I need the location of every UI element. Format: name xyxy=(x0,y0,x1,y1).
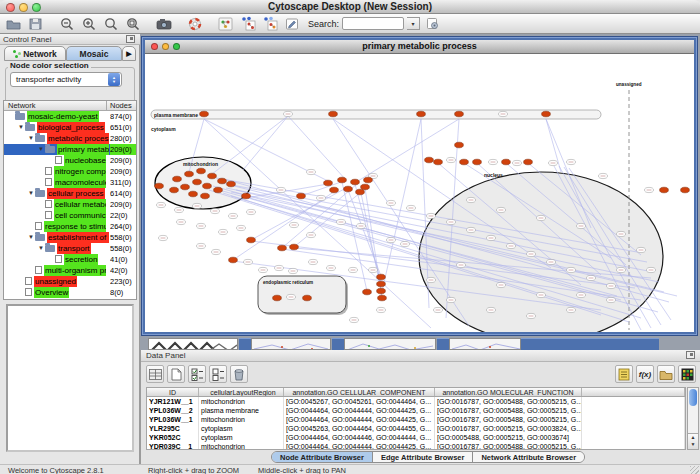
birds-eye-view[interactable] xyxy=(6,304,134,452)
table-row[interactable]: YLR295Ccytoplasm[GO:0045263, GO:0044464,… xyxy=(147,424,685,433)
attribute-matrix-button[interactable] xyxy=(678,365,696,383)
tree-item-label[interactable]: nitrogen compound metabolic process xyxy=(54,166,106,177)
tab-node-attribute-browser[interactable]: Node Attribute Browser xyxy=(272,452,373,462)
network-node-highlighted[interactable] xyxy=(329,111,338,117)
expander-icon[interactable]: ▼ xyxy=(37,243,45,254)
zoom-in-button[interactable] xyxy=(79,15,98,32)
tree-item-label[interactable]: biological_process xyxy=(37,122,105,133)
network-node-highlighted[interactable] xyxy=(364,177,373,183)
network-node-highlighted[interactable] xyxy=(247,237,256,243)
network-edge[interactable] xyxy=(243,116,288,170)
background-window-2[interactable] xyxy=(251,338,331,350)
tab-network[interactable]: Network xyxy=(4,46,66,61)
search-dropdown-icon[interactable]: ▾ xyxy=(407,17,420,30)
column-header[interactable]: _cellularLayoutRegion xyxy=(199,388,284,396)
table-cell[interactable]: [GO:0044464, GO:0044444, GO:0044425, G..… xyxy=(284,406,435,415)
table-cell[interactable]: mitochondrion xyxy=(199,442,284,450)
tree-item-label[interactable]: secretion xyxy=(64,254,98,265)
background-window-4[interactable] xyxy=(449,338,521,350)
network-node-highlighted[interactable] xyxy=(460,159,469,165)
table-scrollbar[interactable]: ▲▼ xyxy=(687,387,699,450)
table-cell[interactable]: [GO:0045263, GO:0044464, GO:0044455, G..… xyxy=(284,424,435,433)
tree-row[interactable]: macromolecule metabolic process311(0) xyxy=(4,177,136,188)
layout-network-a-button[interactable] xyxy=(238,15,257,32)
expander-icon[interactable]: ▼ xyxy=(37,144,45,155)
network-node-highlighted[interactable] xyxy=(173,176,182,182)
table-cell[interactable]: [GO:0044464, GO:0044444, GO:0044425, G..… xyxy=(284,442,435,450)
open-session-button[interactable] xyxy=(4,15,23,32)
search-config-button[interactable] xyxy=(423,15,442,32)
table-cell[interactable] xyxy=(582,433,685,442)
table-row[interactable]: YKR052Ccytoplasm[GO:0044464, GO:0044446,… xyxy=(147,433,685,442)
table-cell[interactable]: mitochondrion xyxy=(199,415,284,424)
tree-row[interactable]: cell communication22(0) xyxy=(4,210,136,221)
table-cell[interactable]: [GO:0005488, GO:0005215, GO:0003674] xyxy=(435,433,582,442)
region-nucleus[interactable] xyxy=(419,172,663,332)
table-row[interactable]: YDR039C__1mitochondrion[GO:0044464, GO:0… xyxy=(147,442,685,450)
table-cell[interactable]: YPL036W__2 xyxy=(147,406,199,415)
node-color-dropdown[interactable]: transporter activity ▲▼ xyxy=(10,72,122,87)
new-attribute-button[interactable] xyxy=(167,365,185,383)
tree-item-label[interactable]: cellular process xyxy=(47,188,105,199)
network-node-highlighted[interactable] xyxy=(330,187,339,193)
attribute-list-button[interactable] xyxy=(615,365,633,383)
tree-item-label[interactable]: Overview xyxy=(34,287,69,298)
table-cell[interactable]: plasma membrane xyxy=(199,406,284,415)
table-row[interactable]: YJR121W__1mitochondrion[GO:0045267, GO:0… xyxy=(147,397,685,406)
delete-attribute-button[interactable] xyxy=(230,365,248,383)
table-cell[interactable] xyxy=(582,397,685,406)
tree-row[interactable]: ▼cellular process614(0) xyxy=(4,188,136,199)
float-panel-icon[interactable] xyxy=(686,351,695,359)
unselect-attributes-button[interactable] xyxy=(209,365,227,383)
save-session-button[interactable] xyxy=(26,15,45,32)
network-node-highlighted[interactable] xyxy=(197,168,206,174)
tree-row[interactable]: ▼primary metabolic process209(0) xyxy=(4,144,136,155)
network-node-highlighted[interactable] xyxy=(155,183,164,189)
tree-row[interactable]: nitrogen compound metabolic process209(0… xyxy=(4,166,136,177)
import-attributes-button[interactable] xyxy=(657,365,675,383)
table-cell[interactable]: YPL036W__1 xyxy=(147,415,199,424)
snapshot-camera-button[interactable] xyxy=(154,15,173,32)
tab-mosaic[interactable]: Mosaic xyxy=(66,46,122,61)
network-node-highlighted[interactable] xyxy=(356,189,365,195)
tree-row[interactable]: nucleobase-containing compound metabolic… xyxy=(4,155,136,166)
network-node-highlighted[interactable] xyxy=(363,289,372,295)
network-node-highlighted[interactable] xyxy=(297,193,306,199)
network-edge[interactable] xyxy=(353,119,459,184)
network-node-highlighted[interactable] xyxy=(417,111,426,117)
network-node-highlighted[interactable] xyxy=(218,178,227,184)
network-node-highlighted[interactable] xyxy=(338,177,347,183)
tree-item-label[interactable]: primary metabolic process xyxy=(57,144,109,155)
network-canvas[interactable]: plasma membrane cytoplasm mitochondrion … xyxy=(145,54,694,332)
network-node-highlighted[interactable] xyxy=(377,288,386,294)
scrollbar-arrows[interactable]: ▲▼ xyxy=(688,433,698,449)
search-input[interactable] xyxy=(342,17,404,30)
table-cell[interactable]: mitochondrion xyxy=(199,397,284,406)
float-panel-icon[interactable] xyxy=(126,35,135,43)
network-node-highlighted[interactable] xyxy=(185,171,194,177)
tab-network-attribute-browser[interactable]: Network Attribute Browser xyxy=(473,452,584,462)
network-node-highlighted[interactable] xyxy=(377,274,386,280)
network-node-highlighted[interactable] xyxy=(203,183,212,189)
table-row[interactable]: YPL036W__2plasma membrane[GO:0044464, GO… xyxy=(147,406,685,415)
background-window-1[interactable] xyxy=(148,338,238,350)
table-row[interactable]: YPL036W__1mitochondrion[GO:0044464, GO:0… xyxy=(147,415,685,424)
table-cell[interactable]: YDR039C__1 xyxy=(147,442,199,450)
background-window-border[interactable] xyxy=(521,338,659,350)
tree-row[interactable]: Overview8(0) xyxy=(4,287,136,298)
function-builder-button[interactable]: f(x) xyxy=(636,365,654,383)
table-cell[interactable]: [GO:0016787, GO:0005488, GO:0005215, G..… xyxy=(435,406,582,415)
table-cell[interactable]: [GO:0044464, GO:0044444, GO:0044425, G..… xyxy=(284,415,435,424)
network-node-highlighted[interactable] xyxy=(278,245,287,251)
tree-item-label[interactable]: establishment of localization xyxy=(47,232,109,243)
background-window-border[interactable] xyxy=(332,338,344,350)
network-node-highlighted[interactable] xyxy=(377,281,386,287)
table-cell[interactable] xyxy=(582,424,685,433)
network-node-highlighted[interactable] xyxy=(425,157,434,163)
network-view-titlebar[interactable]: primary metabolic process xyxy=(145,40,694,54)
annotation-button[interactable] xyxy=(282,15,301,32)
tree-item-label[interactable]: cellular metabolic process xyxy=(54,199,106,210)
network-node-highlighted[interactable] xyxy=(229,257,238,263)
tree-row[interactable]: mosaic-demo-yeast874(0) xyxy=(4,111,136,122)
tree-row[interactable]: ▼biological_process651(0) xyxy=(4,122,136,133)
